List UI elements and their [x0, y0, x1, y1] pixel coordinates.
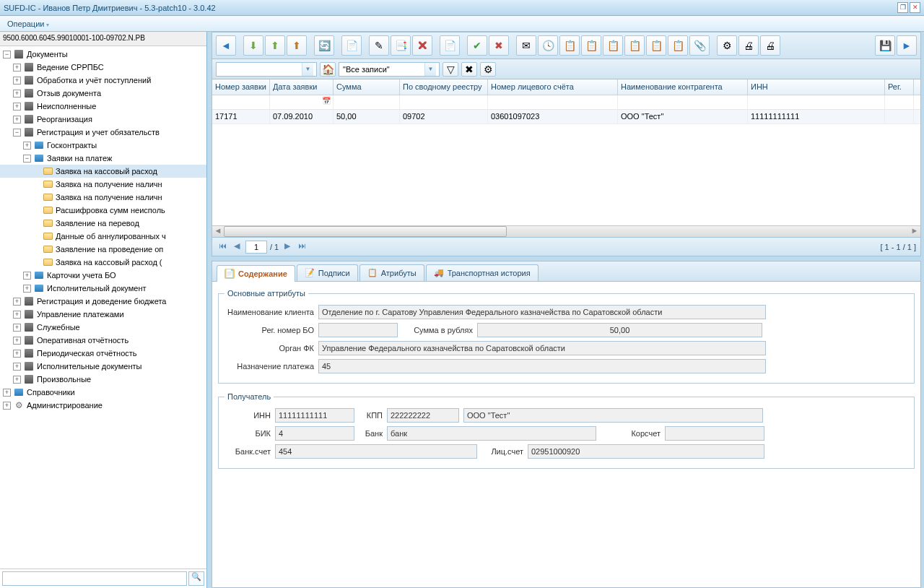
- tree-root-documents[interactable]: − Документы: [0, 48, 206, 61]
- filter-combo-2[interactable]: ▼: [339, 62, 440, 77]
- tree-node[interactable]: +Исполнительные документы: [0, 360, 206, 373]
- tree-node[interactable]: +Управление платежами: [0, 308, 206, 321]
- tree-node[interactable]: +Обработка и учёт поступлений: [0, 74, 206, 87]
- filter-regcol[interactable]: [886, 96, 912, 108]
- tb-icon-2[interactable]: 📋: [581, 35, 601, 56]
- tree-root-refs[interactable]: +Справочники: [0, 386, 206, 399]
- expand-icon[interactable]: +: [23, 142, 31, 150]
- tree-node[interactable]: Заявление на проведение оп: [0, 243, 206, 256]
- col-inn[interactable]: ИНН: [748, 79, 885, 95]
- pager-last-icon[interactable]: ⏭: [296, 241, 308, 253]
- history-icon[interactable]: 🕓: [538, 35, 558, 56]
- expand-icon[interactable]: +: [13, 77, 21, 85]
- filter-input-2[interactable]: [341, 63, 424, 76]
- pager-first-icon[interactable]: ⏮: [217, 241, 228, 253]
- tb-icon-4[interactable]: 📋: [624, 35, 645, 56]
- field-regnum[interactable]: [318, 323, 398, 337]
- tb-icon-6[interactable]: 📋: [668, 35, 688, 56]
- expand-icon[interactable]: +: [13, 324, 21, 332]
- expand-icon[interactable]: +: [23, 285, 31, 293]
- expand-icon[interactable]: +: [13, 363, 21, 371]
- filter-reg[interactable]: [401, 96, 486, 108]
- attach-icon[interactable]: 📎: [689, 35, 710, 56]
- send-icon[interactable]: ✉: [516, 35, 536, 56]
- field-lacct[interactable]: [528, 444, 764, 459]
- pager-next-icon[interactable]: ▶: [282, 241, 293, 253]
- calendar-icon[interactable]: 📅: [322, 97, 331, 105]
- tree-node[interactable]: +Отзыв документа: [0, 87, 206, 100]
- field-bank[interactable]: [387, 426, 596, 441]
- tree-node[interactable]: +Исполнительный документ: [0, 282, 206, 295]
- tree-node[interactable]: +Произвольные: [0, 373, 206, 386]
- edit-icon[interactable]: ✎: [369, 35, 389, 56]
- field-kpp[interactable]: [387, 408, 459, 423]
- field-inn[interactable]: [275, 408, 354, 423]
- tree-node[interactable]: Заявление на перевод: [0, 217, 206, 230]
- tree-node[interactable]: Заявка на получение наличн: [0, 178, 206, 191]
- tab-content[interactable]: 📄Содержание: [217, 265, 295, 282]
- tab-attributes[interactable]: 📋Атрибуты: [359, 264, 424, 281]
- approve-icon[interactable]: ✔: [467, 35, 487, 56]
- tree-root-admin[interactable]: +⚙Администрирование: [0, 399, 206, 412]
- tree-node[interactable]: Данные об аннулированных ч: [0, 230, 206, 243]
- search-input[interactable]: [2, 571, 187, 586]
- tree-node[interactable]: +Госконтракты: [0, 139, 206, 152]
- horizontal-scrollbar[interactable]: ◄ ►: [212, 225, 920, 237]
- col-num[interactable]: Номер заявки: [212, 79, 270, 95]
- field-kor[interactable]: [665, 426, 764, 441]
- expand-icon[interactable]: +: [13, 311, 21, 319]
- settings-icon[interactable]: ⚙: [717, 35, 737, 56]
- pager-prev-icon[interactable]: ◀: [231, 241, 243, 253]
- field-client[interactable]: [318, 305, 766, 319]
- expand-icon[interactable]: +: [13, 64, 21, 72]
- tree-node[interactable]: Заявка на кассовый расход (: [0, 256, 206, 269]
- tree-node[interactable]: Расшифровка сумм неисполь: [0, 204, 206, 217]
- expand-icon[interactable]: +: [23, 272, 31, 280]
- tb-icon-1[interactable]: 📋: [559, 35, 580, 56]
- arrow-right-icon[interactable]: ►: [897, 35, 917, 56]
- filter-inn[interactable]: [749, 96, 883, 108]
- tab-transport[interactable]: 🚚Транспортная история: [426, 264, 539, 281]
- tree-node[interactable]: +Неисполненные: [0, 100, 206, 113]
- expand-icon[interactable]: +: [13, 103, 21, 111]
- collapse-icon[interactable]: −: [13, 129, 21, 137]
- import-icon[interactable]: ⬇: [243, 35, 263, 56]
- sign-icon[interactable]: 📄: [440, 35, 460, 56]
- refresh-icon[interactable]: 🔄: [314, 35, 334, 56]
- restore-icon[interactable]: ❐: [897, 2, 908, 13]
- tb-icon-5[interactable]: 📋: [646, 35, 666, 56]
- col-contr[interactable]: Наименование контрагента: [618, 79, 748, 95]
- print-icon[interactable]: 🖨: [738, 35, 759, 56]
- col-reg[interactable]: По сводному реестру: [400, 79, 488, 95]
- filter-apply-icon[interactable]: ▽: [443, 62, 458, 77]
- collapse-icon[interactable]: −: [3, 51, 11, 59]
- expand-icon[interactable]: +: [13, 337, 21, 345]
- expand-icon[interactable]: +: [3, 402, 11, 410]
- filter-combo-1[interactable]: ▼: [216, 62, 317, 77]
- filter-num[interactable]: [214, 96, 268, 108]
- tree-node[interactable]: +Карточки учета БО: [0, 269, 206, 282]
- export2-icon[interactable]: ⬆: [287, 35, 307, 56]
- table-row[interactable]: 17171 07.09.2010 50,00 09702 03601097023…: [212, 110, 920, 124]
- tree-node[interactable]: −Заявки на платеж: [0, 152, 206, 165]
- chevron-down-icon[interactable]: ▼: [424, 63, 436, 76]
- save-icon[interactable]: 💾: [875, 35, 895, 56]
- tb-icon-3[interactable]: 📋: [603, 35, 623, 56]
- field-sum[interactable]: [477, 323, 762, 337]
- export-icon[interactable]: ⬆: [265, 35, 285, 56]
- filter-acct[interactable]: [489, 96, 616, 108]
- tree-node[interactable]: +Ведение СРРПБС: [0, 61, 206, 74]
- tree-node[interactable]: Заявка на получение наличн: [0, 191, 206, 204]
- col-sum[interactable]: Сумма: [334, 79, 400, 95]
- print2-icon[interactable]: 🖨: [760, 35, 780, 56]
- filter-settings-icon[interactable]: ⚙: [480, 62, 496, 77]
- tree-node[interactable]: −Регистрация и учет обязательств: [0, 126, 206, 139]
- col-date[interactable]: Дата заявки: [270, 79, 334, 95]
- expand-icon[interactable]: +: [13, 298, 21, 306]
- filter-input-1[interactable]: [218, 63, 302, 76]
- arrow-left-icon[interactable]: ◄: [216, 35, 236, 56]
- field-purpose[interactable]: [318, 359, 766, 373]
- tree-node[interactable]: +Регистрация и доведение бюджета: [0, 295, 206, 308]
- col-regcol[interactable]: Рег.: [885, 79, 914, 95]
- tree-node[interactable]: +Оперативная отчётность: [0, 334, 206, 347]
